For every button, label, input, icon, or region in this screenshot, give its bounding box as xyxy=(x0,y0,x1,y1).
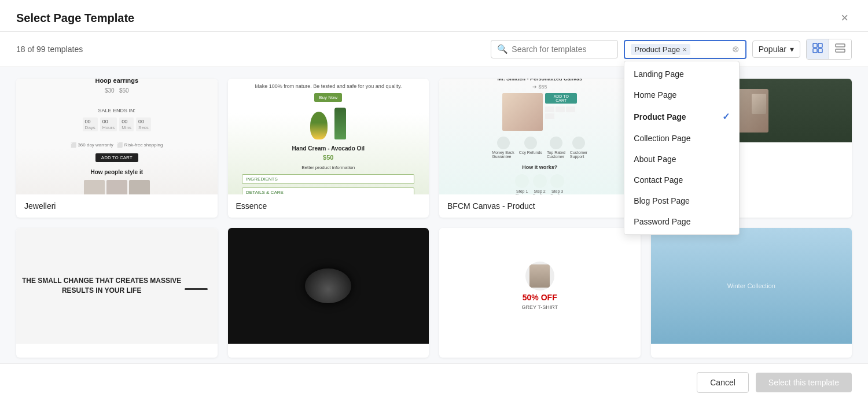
template-card-jewelleri[interactable]: Hoop earrings $30 $50 SALE ENDS IN: 00Da… xyxy=(16,79,218,218)
card-image-bottom4: Winter Collection xyxy=(651,228,852,344)
filter-box[interactable]: Product Page × ⊗ xyxy=(624,40,746,59)
svg-rect-3 xyxy=(818,49,822,53)
dropdown-item-landing[interactable]: Landing Page xyxy=(624,64,739,84)
filter-input[interactable] xyxy=(694,45,729,54)
modal: Select Page Template × 18 of 99 template… xyxy=(0,0,868,401)
dropdown-item-label: Home Page xyxy=(634,90,676,100)
card-label-bottom1 xyxy=(16,344,218,358)
view-grid-button[interactable] xyxy=(807,39,829,59)
filter-clear-icon[interactable]: ⊗ xyxy=(732,44,740,54)
dropdown-item-label: Collection Page xyxy=(634,134,690,143)
search-icon: 🔍 xyxy=(497,44,508,54)
template-card-bottom4[interactable]: Winter Collection xyxy=(651,228,852,358)
view-list-button[interactable] xyxy=(829,39,851,59)
template-count: 18 of 99 templates xyxy=(16,45,83,54)
dropdown-item-blog[interactable]: Blog Post Page xyxy=(624,190,739,211)
cancel-button[interactable]: Cancel xyxy=(697,372,749,393)
tube-icon xyxy=(334,108,346,139)
chevron-down-icon: ▾ xyxy=(790,45,794,54)
search-box[interactable]: 🔍 xyxy=(491,40,618,58)
list-icon xyxy=(835,43,845,53)
svg-rect-2 xyxy=(813,49,817,53)
toolbar: 18 of 99 templates 🔍 Product Page × ⊗ La… xyxy=(0,32,868,67)
dropdown-item-label: Product Page xyxy=(634,112,686,122)
template-card-bottom3[interactable]: 50% OFF GREY T-SHIRT xyxy=(439,228,641,358)
view-buttons xyxy=(806,39,852,60)
card-image-bfcm: Mr. Smitten - Personalized Canvas ➔ $55 … xyxy=(439,79,641,194)
card-image-jewelleri: Hoop earrings $30 $50 SALE ENDS IN: 00Da… xyxy=(16,79,218,194)
template-card-essence[interactable]: HIGH QUALITY COSMETICPRODUCT YOU CAN TRU… xyxy=(228,79,429,218)
dropdown-item-label: Blog Post Page xyxy=(634,196,690,205)
svg-rect-4 xyxy=(836,44,845,47)
close-button[interactable]: × xyxy=(837,10,852,25)
dropdown-item-label: Contact Page xyxy=(634,175,683,185)
mockup-bottom1: THE SMALL CHANGE THAT CREATES MASSIVERES… xyxy=(16,228,218,344)
svg-rect-1 xyxy=(818,43,822,47)
card-image-bottom3: 50% OFF GREY T-SHIRT xyxy=(439,228,641,344)
dropdown-item-label: About Page xyxy=(634,154,676,164)
mockup-bfcm: Mr. Smitten - Personalized Canvas ➔ $55 … xyxy=(439,79,641,194)
dropdown-menu: Landing Page Home Page Product Page ✓ Co… xyxy=(624,61,740,235)
sort-box[interactable]: Popular ▾ xyxy=(752,41,800,58)
mockup-bottom4: Winter Collection xyxy=(651,228,852,344)
mockup-bottom2 xyxy=(228,228,429,344)
card-label-jewelleri: Jewelleri xyxy=(16,194,218,218)
grid-icon xyxy=(812,43,823,53)
modal-header: Select Page Template × xyxy=(0,0,868,32)
dropdown-item-about[interactable]: About Page xyxy=(624,149,739,170)
card-label-bfcm: BFCM Canvas - Product xyxy=(439,194,641,218)
dropdown-item-contact[interactable]: Contact Page xyxy=(624,170,739,190)
card-image-essence: HIGH QUALITY COSMETICPRODUCT YOU CAN TRU… xyxy=(228,79,429,194)
dropdown-item-product[interactable]: Product Page ✓ xyxy=(624,105,739,128)
card-label-essence: Essence xyxy=(228,194,429,218)
card-label-bottom4 xyxy=(651,344,852,358)
filter-remove[interactable]: × xyxy=(682,45,687,54)
sort-label: Popular xyxy=(759,45,786,54)
dropdown-item-collection[interactable]: Collection Page xyxy=(624,128,739,149)
mockup-essence: HIGH QUALITY COSMETICPRODUCT YOU CAN TRU… xyxy=(228,79,429,194)
card-image-bottom2 xyxy=(228,228,429,344)
filter-tag-label: Product Page xyxy=(634,45,680,54)
dropdown-item-label: Landing Page xyxy=(634,69,683,79)
modal-footer: Cancel Select this template xyxy=(0,363,868,401)
select-template-button[interactable]: Select this template xyxy=(756,373,852,392)
modal-title: Select Page Template xyxy=(16,12,134,25)
card-label-bottom3 xyxy=(439,344,641,358)
check-icon: ✓ xyxy=(722,111,730,122)
template-card-bottom1[interactable]: THE SMALL CHANGE THAT CREATES MASSIVERES… xyxy=(16,228,218,358)
card-image-bottom1: THE SMALL CHANGE THAT CREATES MASSIVERES… xyxy=(16,228,218,344)
toolbar-right: 🔍 Product Page × ⊗ Landing Page Home Pag… xyxy=(491,39,852,60)
template-card-bfcm[interactable]: Mr. Smitten - Personalized Canvas ➔ $55 … xyxy=(439,79,641,218)
mockup-bottom3: 50% OFF GREY T-SHIRT xyxy=(439,228,641,344)
svg-rect-5 xyxy=(836,49,845,52)
svg-rect-0 xyxy=(813,43,817,47)
mockup-jewellery: Hoop earrings $30 $50 SALE ENDS IN: 00Da… xyxy=(16,79,218,194)
search-input[interactable] xyxy=(512,45,612,54)
template-card-bottom2[interactable] xyxy=(228,228,429,358)
dropdown-item-label: Password Page xyxy=(634,217,690,226)
filter-tag: Product Page × xyxy=(631,44,690,55)
avocado-icon xyxy=(310,112,328,139)
card-label-bottom2 xyxy=(228,344,429,358)
dropdown-item-home[interactable]: Home Page xyxy=(624,84,739,105)
dropdown-item-password[interactable]: Password Page xyxy=(624,211,739,232)
